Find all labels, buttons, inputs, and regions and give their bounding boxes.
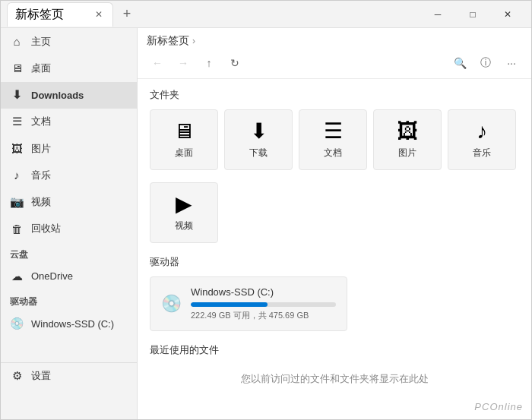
sidebar-label-recycle: 回收站 <box>31 222 61 235</box>
nav-forward-button[interactable]: → <box>173 52 194 74</box>
sidebar-item-music[interactable]: ♪ 音乐 <box>1 162 137 188</box>
main-container: ⌂ 主页 🖥 桌面 ⬇ Downloads ☰ 文档 🖼 图片 ♪ 音乐 📷 视… <box>1 28 531 419</box>
sidebar-item-cdrive[interactable]: 💿 Windows-SSD (C:) <box>1 310 137 336</box>
sidebar-label-settings: 设置 <box>31 369 51 383</box>
title-bar: 新标签页 ✕ + ─ □ ✕ <box>1 1 531 28</box>
folder-videos-icon: ▶ <box>176 194 192 215</box>
nav-up-button[interactable]: ↑ <box>198 52 220 74</box>
drive-name: Windows-SSD (C:) <box>191 286 336 298</box>
folder-downloads-label: 下载 <box>249 147 268 159</box>
folders-section-title: 文件夹 <box>150 88 519 102</box>
onedrive-icon: ☁ <box>10 270 24 283</box>
nav-right-buttons: 🔍 ⓘ ··· <box>449 52 522 74</box>
drive-info: Windows-SSD (C:) 222.49 GB 可用，共 475.69 G… <box>191 286 336 321</box>
sidebar-label-music: 音乐 <box>31 169 51 182</box>
sidebar: ⌂ 主页 🖥 桌面 ⬇ Downloads ☰ 文档 🖼 图片 ♪ 音乐 📷 视… <box>1 28 138 419</box>
folder-item-desktop[interactable]: 🖥 桌面 <box>150 109 218 170</box>
folder-item-pictures[interactable]: 🖼 图片 <box>373 109 442 170</box>
folder-pictures-icon: 🖼 <box>397 121 418 142</box>
content-scroll: 文件夹 🖥 桌面 ⬇ 下载 ☰ 文档 🖼 图片 <box>138 79 531 419</box>
music-icon: ♪ <box>10 169 24 182</box>
drive-card-c[interactable]: 💿 Windows-SSD (C:) 222.49 GB 可用，共 475.69… <box>150 276 347 331</box>
folder-music-icon: ♪ <box>477 121 487 142</box>
sidebar-item-pictures[interactable]: 🖼 图片 <box>1 135 137 162</box>
sidebar-label-videos: 视频 <box>31 195 51 209</box>
folder-item-downloads[interactable]: ⬇ 下载 <box>224 109 293 170</box>
nav-search-button[interactable]: 🔍 <box>449 52 470 74</box>
cdrive-icon: 💿 <box>10 317 24 330</box>
new-tab-button[interactable]: + <box>116 4 138 25</box>
folder-desktop-icon: 🖥 <box>173 121 195 142</box>
folder-desktop-label: 桌面 <box>175 147 193 159</box>
breadcrumb: 新标签页 › <box>147 34 522 48</box>
folder-item-videos[interactable]: ▶ 视频 <box>150 182 218 243</box>
folder-item-documents[interactable]: ☰ 文档 <box>299 109 367 170</box>
folder-downloads-icon: ⬇ <box>250 121 268 142</box>
breadcrumb-text: 新标签页 <box>147 34 189 48</box>
window-controls: ─ □ ✕ <box>420 1 525 28</box>
drive-section-label: 驱动器 <box>1 289 137 310</box>
maximize-button[interactable]: □ <box>455 1 490 28</box>
drive-space-label: 222.49 GB 可用，共 475.69 GB <box>191 310 336 321</box>
drive-c-icon: 💿 <box>161 294 182 314</box>
nav-controls: ← → ↑ ↻ 🔍 ⓘ ··· <box>147 52 522 74</box>
cloud-section-label: 云盘 <box>1 242 137 263</box>
sidebar-label-home: 主页 <box>31 35 51 49</box>
sidebar-item-videos[interactable]: 📷 视频 <box>1 189 137 216</box>
watermark: PCOnline <box>474 401 523 412</box>
folder-videos-label: 视频 <box>175 219 193 232</box>
sidebar-item-home[interactable]: ⌂ 主页 <box>1 28 137 55</box>
folder-pictures-label: 图片 <box>398 147 416 159</box>
documents-icon: ☰ <box>10 115 24 128</box>
folder-music-label: 音乐 <box>473 147 491 159</box>
sidebar-item-documents[interactable]: ☰ 文档 <box>1 109 137 135</box>
address-bar-area: 新标签页 › ← → ↑ ↻ 🔍 ⓘ ··· <box>138 28 531 79</box>
sidebar-item-onedrive[interactable]: ☁ OneDrive <box>1 263 137 289</box>
sidebar-item-downloads[interactable]: ⬇ Downloads <box>1 82 137 109</box>
videos-icon: 📷 <box>10 195 24 209</box>
nav-refresh-button[interactable]: ↻ <box>224 52 245 74</box>
minimize-button[interactable]: ─ <box>420 1 455 28</box>
folder-grid: 🖥 桌面 ⬇ 下载 ☰ 文档 🖼 图片 ♪ 音乐 <box>150 109 519 170</box>
sidebar-label-cdrive: Windows-SSD (C:) <box>31 318 114 330</box>
downloads-icon: ⬇ <box>10 88 24 102</box>
sidebar-item-desktop[interactable]: 🖥 桌面 <box>1 55 137 81</box>
recent-placeholder: 您以前访问过的文件和文件夹将显示在此处 <box>150 372 519 386</box>
recent-section-title: 最近使用的文件 <box>150 343 519 357</box>
settings-icon: ⚙ <box>10 369 24 383</box>
folder-grid-2: ▶ 视频 <box>150 182 519 243</box>
folder-item-music[interactable]: ♪ 音乐 <box>448 109 516 170</box>
drives-section-title: 驱动器 <box>150 255 519 269</box>
drive-progress-fill <box>191 302 268 307</box>
folder-documents-label: 文档 <box>324 147 342 159</box>
sidebar-item-settings[interactable]: ⚙ 设置 <box>1 362 137 389</box>
nav-back-button[interactable]: ← <box>147 52 168 74</box>
sidebar-label-desktop: 桌面 <box>31 62 51 75</box>
active-tab[interactable]: 新标签页 ✕ <box>7 2 113 27</box>
sidebar-label-downloads: Downloads <box>31 90 84 101</box>
nav-more-button[interactable]: ··· <box>501 52 522 74</box>
folder-documents-icon: ☰ <box>324 121 343 142</box>
sidebar-label-documents: 文档 <box>31 115 51 128</box>
home-icon: ⌂ <box>10 35 24 48</box>
recycle-icon: 🗑 <box>10 223 24 235</box>
close-button[interactable]: ✕ <box>490 1 525 28</box>
desktop-icon: 🖥 <box>10 62 24 74</box>
pictures-icon: 🖼 <box>10 142 24 155</box>
tab-close-button[interactable]: ✕ <box>93 8 105 21</box>
breadcrumb-arrow: › <box>192 36 195 46</box>
nav-info-button[interactable]: ⓘ <box>475 52 496 74</box>
sidebar-label-pictures: 图片 <box>31 142 51 156</box>
content-area: 新标签页 › ← → ↑ ↻ 🔍 ⓘ ··· 文件夹 <box>138 28 531 419</box>
sidebar-item-recycle[interactable]: 🗑 回收站 <box>1 216 137 242</box>
tab-title: 新标签页 <box>15 7 64 23</box>
sidebar-label-onedrive: OneDrive <box>31 270 73 282</box>
drive-progress-bar <box>191 302 336 307</box>
